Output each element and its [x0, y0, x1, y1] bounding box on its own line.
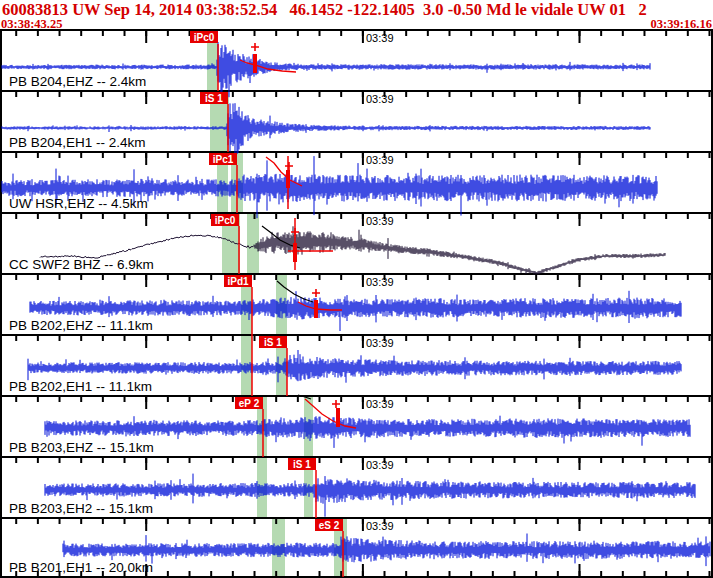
station-label: PB B202,EHZ -- 11.1km: [9, 318, 153, 333]
time-tick-label: 03:39: [366, 32, 394, 44]
pick-flag-label[interactable]: eS 2: [319, 520, 340, 531]
pick-flag-label[interactable]: iPc0: [194, 32, 215, 43]
pick-flag-label[interactable]: iPc1: [213, 154, 234, 165]
time-tick-label: 03:39: [366, 337, 394, 349]
pick-flag-label[interactable]: iS 1: [264, 337, 282, 348]
time-tick-label: 03:39: [366, 93, 394, 105]
time-tick-label: 03:39: [366, 154, 394, 166]
station-label: PB B204,EHZ -- 2.4km: [9, 74, 146, 89]
station-label: PB B203,EH2 -- 15.1km: [9, 501, 153, 516]
station-label: CC SWF2 BHZ -- 6.9km: [9, 257, 154, 272]
seismogram-trace[interactable]: [63, 534, 710, 567]
time-tick-label: 03:39: [366, 215, 394, 227]
time-tick-label: 03:39: [366, 459, 394, 471]
coda-plus-marker[interactable]: [332, 400, 340, 408]
station-label: PB B204,EH1 -- 2.4km: [9, 135, 146, 150]
time-tick-label: 03:39: [366, 398, 394, 410]
pick-flag-label[interactable]: iPd1: [227, 276, 249, 287]
station-label: UW HSR,EHZ -- 4.5km: [9, 196, 148, 211]
seismogram-viewer: 60083813 UW Sep 14, 2014 03:38:52.54 46.…: [0, 0, 713, 578]
pick-flag-label[interactable]: eP 2: [239, 398, 260, 409]
coda-plus-marker[interactable]: [285, 162, 293, 170]
time-tick-label: 03:39: [366, 276, 394, 288]
pick-flag-label[interactable]: iS 1: [205, 93, 223, 104]
station-label: PB B202,EH1 -- 11.1km: [9, 379, 152, 394]
time-tick-label: 03:39: [366, 520, 394, 532]
station-label: PB B201,EH1 -- 20.0km: [9, 560, 153, 575]
station-label: PB B203,EHZ -- 15.1km: [9, 440, 154, 455]
coda-plus-marker[interactable]: [291, 228, 299, 236]
coda-plus-marker[interactable]: [251, 43, 259, 51]
pick-flag-label[interactable]: iS 1: [293, 459, 311, 470]
pick-flag-label[interactable]: iPc0: [215, 215, 236, 226]
coda-plus-marker[interactable]: [312, 289, 320, 297]
seismogram-trace[interactable]: [28, 350, 681, 383]
